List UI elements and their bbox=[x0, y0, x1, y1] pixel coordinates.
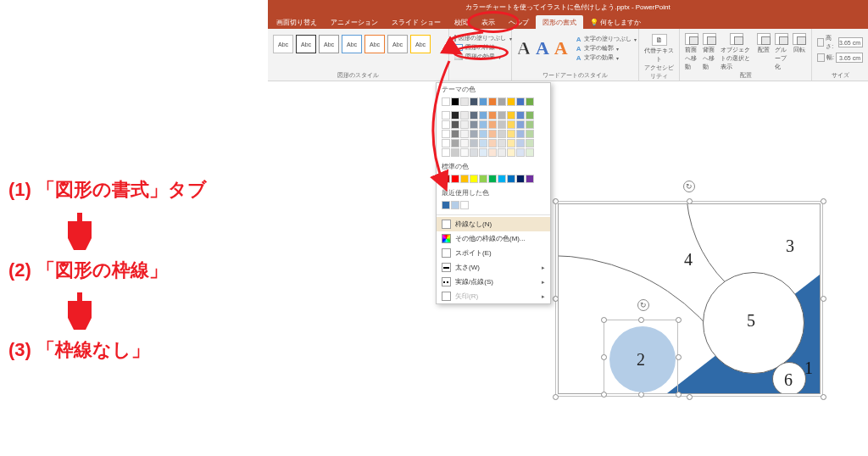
style-preset[interactable]: Abc bbox=[342, 35, 362, 53]
color-swatch[interactable] bbox=[488, 111, 497, 120]
selection-handle[interactable] bbox=[638, 392, 644, 398]
color-swatch[interactable] bbox=[498, 175, 506, 183]
color-swatch[interactable] bbox=[460, 111, 469, 120]
style-preset[interactable]: Abc bbox=[410, 35, 431, 53]
color-swatch[interactable] bbox=[516, 97, 525, 106]
color-swatch[interactable] bbox=[470, 130, 478, 138]
selection-handle[interactable] bbox=[821, 198, 826, 204]
send-backward-button[interactable]: 背面へ移動 bbox=[703, 33, 716, 71]
eyedropper-item[interactable]: スポイト(E) bbox=[437, 246, 550, 260]
rotate-button[interactable]: 回転 bbox=[793, 33, 806, 71]
color-swatch[interactable] bbox=[516, 175, 525, 183]
shape-outline-button[interactable]: 図形の枠線▾ bbox=[454, 43, 506, 52]
color-swatch[interactable] bbox=[451, 201, 459, 209]
color-swatch[interactable] bbox=[507, 130, 515, 138]
color-swatch[interactable] bbox=[507, 97, 515, 106]
color-swatch[interactable] bbox=[451, 175, 459, 183]
color-swatch[interactable] bbox=[507, 120, 515, 129]
tab-transitions[interactable]: 画面切り替え bbox=[270, 15, 324, 29]
color-swatch[interactable] bbox=[488, 175, 497, 183]
style-preset[interactable]: Abc bbox=[364, 35, 385, 53]
color-swatch[interactable] bbox=[451, 111, 459, 120]
tab-slideshow[interactable]: スライド ショー bbox=[385, 15, 448, 29]
dashes-item[interactable]: 実線/点線(S)▸ bbox=[437, 275, 550, 289]
style-preset[interactable]: Abc bbox=[296, 35, 316, 53]
color-swatch[interactable] bbox=[526, 130, 534, 138]
shape-effects-button[interactable]: 図形の効果▾ bbox=[454, 53, 506, 61]
color-swatch[interactable] bbox=[479, 120, 487, 129]
tab-view[interactable]: 表示 bbox=[475, 15, 502, 29]
color-swatch[interactable] bbox=[507, 148, 515, 157]
color-swatch[interactable] bbox=[479, 111, 487, 120]
tab-shape-format[interactable]: 図形の書式 bbox=[536, 15, 583, 29]
color-swatch[interactable] bbox=[470, 120, 478, 129]
style-preset[interactable]: Abc bbox=[319, 35, 339, 53]
color-swatch[interactable] bbox=[460, 201, 469, 209]
color-swatch[interactable] bbox=[470, 111, 478, 120]
color-swatch[interactable] bbox=[460, 130, 469, 138]
color-swatch[interactable] bbox=[526, 139, 534, 147]
color-swatch[interactable] bbox=[498, 148, 506, 157]
selection-handle[interactable] bbox=[553, 394, 559, 400]
color-swatch[interactable] bbox=[516, 139, 525, 147]
rotate-handle-icon[interactable] bbox=[637, 299, 649, 311]
color-swatch[interactable] bbox=[451, 120, 459, 129]
selection-handle[interactable] bbox=[821, 394, 826, 400]
color-swatch[interactable] bbox=[507, 139, 515, 147]
color-swatch[interactable] bbox=[479, 175, 487, 183]
style-preset[interactable]: Abc bbox=[387, 35, 408, 53]
color-swatch[interactable] bbox=[460, 139, 469, 147]
color-swatch[interactable] bbox=[488, 139, 497, 147]
color-swatch[interactable] bbox=[442, 120, 450, 129]
selection-handle[interactable] bbox=[601, 392, 607, 398]
align-button[interactable]: 配置 bbox=[757, 33, 771, 71]
wordart-preset[interactable]: A bbox=[517, 37, 531, 59]
color-swatch[interactable] bbox=[460, 148, 469, 157]
color-swatch[interactable] bbox=[442, 97, 450, 106]
color-swatch[interactable] bbox=[442, 139, 450, 147]
selection-handle[interactable] bbox=[676, 354, 682, 360]
color-swatch[interactable] bbox=[460, 120, 469, 129]
color-swatch[interactable] bbox=[516, 130, 525, 138]
tab-animations[interactable]: アニメーション bbox=[324, 15, 385, 29]
color-swatch[interactable] bbox=[442, 130, 450, 138]
style-preset[interactable]: Abc bbox=[273, 35, 293, 53]
color-swatch[interactable] bbox=[479, 139, 487, 147]
color-swatch[interactable] bbox=[451, 130, 459, 138]
color-swatch[interactable] bbox=[498, 130, 506, 138]
alt-text-button[interactable]: 🗎 代替テキスト bbox=[644, 34, 674, 64]
selection-pane-button[interactable]: オブジェクトの選択と表示 bbox=[721, 33, 753, 71]
color-swatch[interactable] bbox=[479, 148, 487, 157]
color-swatch[interactable] bbox=[526, 175, 534, 183]
color-swatch[interactable] bbox=[516, 111, 525, 120]
color-swatch[interactable] bbox=[507, 111, 515, 120]
selection-handle[interactable] bbox=[676, 392, 682, 398]
color-swatch[interactable] bbox=[460, 97, 469, 106]
width-value[interactable]: 3.65 cm bbox=[836, 53, 863, 63]
color-swatch[interactable] bbox=[470, 97, 478, 106]
rotate-handle-icon[interactable] bbox=[683, 181, 695, 192]
bring-forward-button[interactable]: 前面へ移動 bbox=[685, 33, 698, 71]
rectangle-shape[interactable]: 1 2 3 4 5 6 bbox=[558, 203, 821, 394]
color-swatch[interactable] bbox=[488, 148, 497, 157]
selection-handle[interactable] bbox=[601, 317, 607, 323]
color-swatch[interactable] bbox=[479, 130, 487, 138]
tab-help[interactable]: ヘルプ bbox=[502, 15, 536, 29]
color-swatch[interactable] bbox=[470, 175, 478, 183]
color-swatch[interactable] bbox=[516, 148, 525, 157]
shape-style-gallery[interactable]: Abc Abc Abc Abc Abc Abc Abc bbox=[273, 35, 443, 53]
color-swatch[interactable] bbox=[451, 148, 459, 157]
selection-handle[interactable] bbox=[638, 317, 644, 323]
color-swatch[interactable] bbox=[451, 97, 459, 106]
color-swatch[interactable] bbox=[526, 111, 534, 120]
text-effects-button[interactable]: 文字の効果▾ bbox=[576, 53, 637, 62]
color-swatch[interactable] bbox=[516, 120, 525, 129]
color-swatch[interactable] bbox=[460, 175, 469, 183]
color-swatch[interactable] bbox=[488, 97, 497, 106]
color-swatch[interactable] bbox=[442, 148, 450, 157]
no-outline-item[interactable]: 枠線なし(N) bbox=[437, 217, 550, 231]
text-outline-button[interactable]: 文字の輪郭▾ bbox=[576, 44, 637, 53]
color-swatch[interactable] bbox=[526, 120, 534, 129]
text-fill-button[interactable]: 文字の塗りつぶし▾ bbox=[576, 35, 637, 43]
color-swatch[interactable] bbox=[498, 111, 506, 120]
